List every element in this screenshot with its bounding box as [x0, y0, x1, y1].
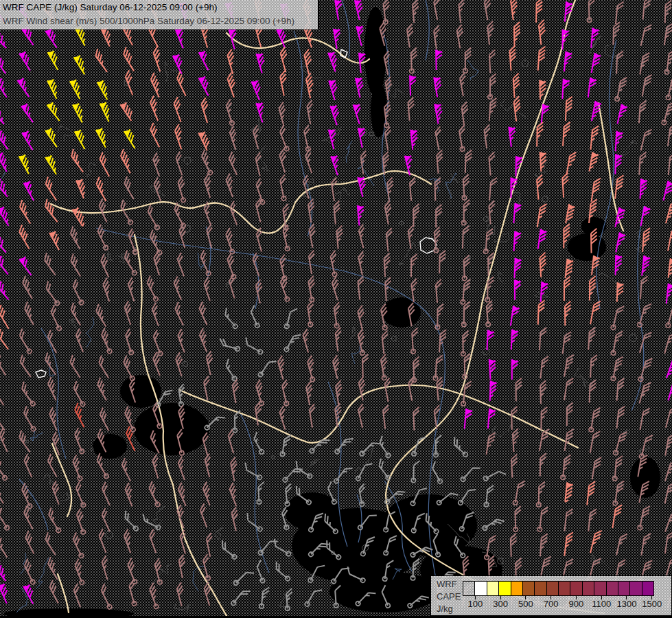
legend-color-cell — [629, 581, 642, 596]
legend-tick-label: 900 — [569, 599, 584, 609]
legend-tick-label: 1500 — [642, 599, 662, 609]
legend-tick-label: 500 — [518, 599, 533, 609]
cape-legend: WRF CAPE J/kg 10030050070090011001300150… — [430, 575, 672, 616]
legend-tick-label: 700 — [544, 599, 559, 609]
wrf-weather-map: WRF CAPE (J/kg) Saturday 06-12-2025 09:0… — [0, 0, 672, 618]
legend-tick-label: 300 — [493, 599, 508, 609]
legend-colorbar — [463, 581, 654, 596]
legend-label: WRF CAPE J/kg — [437, 578, 461, 615]
legend-color-cell — [618, 581, 630, 596]
legend-color-cell — [463, 581, 475, 596]
legend-color-cell — [498, 581, 511, 596]
legend-tick-label: 100 — [468, 599, 483, 609]
legend-label-line1: WRF — [437, 578, 461, 591]
legend-color-cell — [511, 581, 523, 596]
legend-color-cell — [522, 581, 535, 596]
legend-color-cell — [642, 581, 654, 596]
legend-label-line3: J/kg — [437, 603, 461, 615]
legend-color-cell — [606, 581, 618, 596]
legend-color-cell — [487, 581, 499, 596]
legend-color-cell — [534, 581, 546, 596]
legend-color-cell — [594, 581, 606, 596]
title-panel: WRF CAPE (J/kg) Saturday 06-12-2025 09:0… — [0, 0, 319, 30]
title-cape: WRF CAPE (J/kg) Saturday 06-12-2025 09:0… — [3, 1, 218, 14]
legend-color-cell — [570, 581, 582, 596]
legend-color-cell — [558, 581, 570, 596]
map-canvas — [0, 0, 672, 618]
legend-color-cell — [582, 581, 594, 596]
legend-tick-label: 1100 — [592, 599, 611, 609]
legend-label-line2: CAPE — [437, 591, 461, 603]
legend-color-cell — [474, 581, 487, 596]
legend-tick-label: 1300 — [616, 599, 636, 609]
legend-color-cell — [546, 581, 559, 596]
title-windshear: WRF Wind shear (m/s) 500/1000hPa Saturda… — [3, 15, 294, 27]
